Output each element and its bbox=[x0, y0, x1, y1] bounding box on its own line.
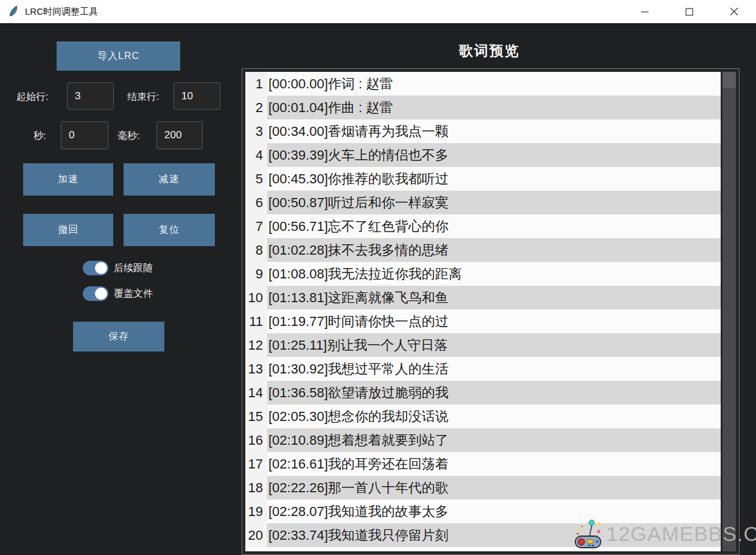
lyrics-panel: 1[00:00.00]作词 : 赵雷2[00:01.04]作曲 : 赵雷3[00… bbox=[242, 68, 740, 555]
follow-toggle-row: 后续跟随 bbox=[83, 261, 153, 275]
save-button[interactable]: 保存 bbox=[73, 322, 164, 352]
lyric-row[interactable]: 7[00:56.71]忘不了红色背心的你 bbox=[245, 214, 721, 238]
titlebar: LRC时间调整工具 bbox=[0, 0, 756, 23]
line-number: 10 bbox=[245, 286, 267, 309]
toggle-knob bbox=[95, 262, 107, 274]
lyric-text: [01:30.92]我想过平常人的生活 bbox=[267, 357, 721, 381]
lyric-text: [00:01.04]作曲 : 赵雷 bbox=[267, 96, 721, 119]
lyric-row[interactable]: 20[02:33.74]我知道我只停留片刻 bbox=[245, 523, 721, 547]
lyric-text: [02:33.74]我知道我只停留片刻 bbox=[267, 523, 721, 547]
lyric-row[interactable]: 18[02:22.26]那一首八十年代的歌 bbox=[245, 476, 721, 500]
seconds-input[interactable] bbox=[61, 121, 108, 149]
lyric-text: [01:13.81]这距离就像飞鸟和鱼 bbox=[267, 286, 721, 309]
lyric-text: [00:34.00]香烟请再为我点一颗 bbox=[267, 119, 721, 143]
lyric-text: [01:36.58]欲望请放过脆弱的我 bbox=[267, 381, 721, 405]
lyric-text: [01:08.08]我无法拉近你我的距离 bbox=[267, 262, 721, 286]
lyric-row[interactable]: 5[00:45.30]你推荐的歌我都听过 bbox=[245, 167, 721, 191]
lyric-row[interactable]: 19[02:28.07]我知道我的故事太多 bbox=[245, 500, 721, 523]
line-number: 7 bbox=[245, 214, 267, 238]
lyric-row[interactable]: 17[02:16.61]我的耳旁还在回荡着 bbox=[245, 452, 721, 476]
window-controls bbox=[623, 0, 756, 23]
lyrics-list: 1[00:00.00]作词 : 赵雷2[00:01.04]作曲 : 赵雷3[00… bbox=[245, 72, 721, 551]
line-number: 18 bbox=[245, 476, 267, 500]
line-number: 17 bbox=[245, 452, 267, 476]
lyric-text: [00:45.30]你推荐的歌我都听过 bbox=[267, 167, 721, 191]
milliseconds-label: 毫秒: bbox=[117, 130, 139, 143]
line-number: 11 bbox=[245, 309, 267, 333]
line-number: 8 bbox=[245, 238, 267, 262]
lyric-text: [01:02.28]抹不去我多情的思绪 bbox=[267, 238, 721, 262]
control-panel: 导入LRC 起始行: 结束行: 秒: 毫秒: 加速 减速 撤回 复位 后续跟随 … bbox=[0, 23, 242, 555]
start-line-input[interactable] bbox=[67, 82, 114, 110]
overwrite-toggle[interactable] bbox=[83, 286, 108, 301]
end-line-input[interactable] bbox=[173, 82, 220, 110]
line-number: 1 bbox=[245, 72, 267, 96]
line-number: 16 bbox=[245, 428, 267, 452]
line-number: 14 bbox=[245, 381, 267, 405]
lyric-row[interactable]: 15[02:05.30]想念你的我却没话说 bbox=[245, 405, 721, 428]
preview-title: 歌词预览 bbox=[242, 41, 737, 60]
slow-down-button[interactable]: 减速 bbox=[124, 163, 215, 196]
line-number: 12 bbox=[245, 333, 267, 357]
window-title: LRC时间调整工具 bbox=[25, 6, 98, 18]
lyric-text: [02:22.26]那一首八十年代的歌 bbox=[267, 476, 721, 500]
milliseconds-input[interactable] bbox=[156, 121, 203, 149]
lyric-text: [02:05.30]想念你的我却没话说 bbox=[267, 405, 721, 428]
close-icon bbox=[730, 7, 738, 16]
maximize-icon bbox=[685, 8, 693, 16]
lyric-text: [00:50.87]听过后和你一样寂寞 bbox=[267, 191, 721, 214]
lyric-row[interactable]: 11[01:19.77]时间请你快一点的过 bbox=[245, 309, 721, 333]
lyric-row[interactable]: 16[02:10.89]想着想着就要到站了 bbox=[245, 428, 721, 452]
follow-toggle[interactable] bbox=[83, 261, 108, 275]
lyric-row[interactable]: 8[01:02.28]抹不去我多情的思绪 bbox=[245, 238, 721, 262]
line-number: 5 bbox=[245, 167, 267, 191]
start-line-label: 起始行: bbox=[16, 91, 48, 104]
import-lrc-button[interactable]: 导入LRC bbox=[57, 41, 180, 71]
scrollbar-thumb[interactable] bbox=[723, 72, 736, 88]
line-number: 4 bbox=[245, 143, 267, 167]
lyric-row[interactable]: 2[00:01.04]作曲 : 赵雷 bbox=[245, 96, 721, 119]
speed-up-button[interactable]: 加速 bbox=[23, 163, 113, 196]
lyric-row[interactable]: 10[01:13.81]这距离就像飞鸟和鱼 bbox=[245, 286, 721, 309]
line-number: 19 bbox=[245, 500, 267, 523]
lyric-row[interactable]: 4[00:39.39]火车上的情侣也不多 bbox=[245, 143, 721, 167]
undo-button[interactable]: 撤回 bbox=[23, 214, 113, 246]
reset-button[interactable]: 复位 bbox=[124, 214, 215, 246]
line-number: 3 bbox=[245, 119, 267, 143]
lyric-row[interactable]: 3[00:34.00]香烟请再为我点一颗 bbox=[245, 119, 721, 143]
lyric-row[interactable]: 6[00:50.87]听过后和你一样寂寞 bbox=[245, 191, 721, 214]
overwrite-toggle-row: 覆盖文件 bbox=[83, 286, 153, 301]
lyric-text: [00:00.00]作词 : 赵雷 bbox=[267, 72, 721, 96]
minimize-button[interactable] bbox=[623, 0, 667, 23]
lyric-text: [01:25.11]别让我一个人守日落 bbox=[267, 333, 721, 357]
lyric-row[interactable]: 9[01:08.08]我无法拉近你我的距离 bbox=[245, 262, 721, 286]
seconds-label: 秒: bbox=[33, 130, 46, 143]
line-number: 9 bbox=[245, 262, 267, 286]
lyric-text: [02:10.89]想着想着就要到站了 bbox=[267, 428, 721, 452]
lyric-row[interactable]: 1[00:00.00]作词 : 赵雷 bbox=[245, 72, 721, 96]
end-line-label: 结束行: bbox=[127, 91, 159, 104]
toggle-knob bbox=[95, 288, 107, 300]
overwrite-toggle-label: 覆盖文件 bbox=[114, 288, 153, 300]
close-button[interactable] bbox=[712, 0, 756, 23]
minimize-icon bbox=[641, 8, 649, 16]
line-number: 6 bbox=[245, 191, 267, 214]
lyric-text: [01:19.77]时间请你快一点的过 bbox=[267, 309, 721, 333]
vertical-scrollbar[interactable] bbox=[723, 72, 736, 551]
line-number: 20 bbox=[245, 523, 267, 547]
follow-toggle-label: 后续跟随 bbox=[114, 262, 153, 275]
lyric-row[interactable]: 14[01:36.58]欲望请放过脆弱的我 bbox=[245, 381, 721, 405]
line-number: 13 bbox=[245, 357, 267, 381]
lyric-text: [00:39.39]火车上的情侣也不多 bbox=[267, 143, 721, 167]
lyric-row[interactable]: 12[01:25.11]别让我一个人守日落 bbox=[245, 333, 721, 357]
line-number: 2 bbox=[245, 96, 267, 119]
lyric-text: [00:56.71]忘不了红色背心的你 bbox=[267, 214, 721, 238]
line-number: 15 bbox=[245, 405, 267, 428]
lyric-text: [02:28.07]我知道我的故事太多 bbox=[267, 500, 721, 523]
maximize-button[interactable] bbox=[667, 0, 712, 23]
python-feather-icon bbox=[8, 5, 19, 18]
lyric-row[interactable]: 13[01:30.92]我想过平常人的生活 bbox=[245, 357, 721, 381]
lyric-text: [02:16.61]我的耳旁还在回荡着 bbox=[267, 452, 721, 476]
